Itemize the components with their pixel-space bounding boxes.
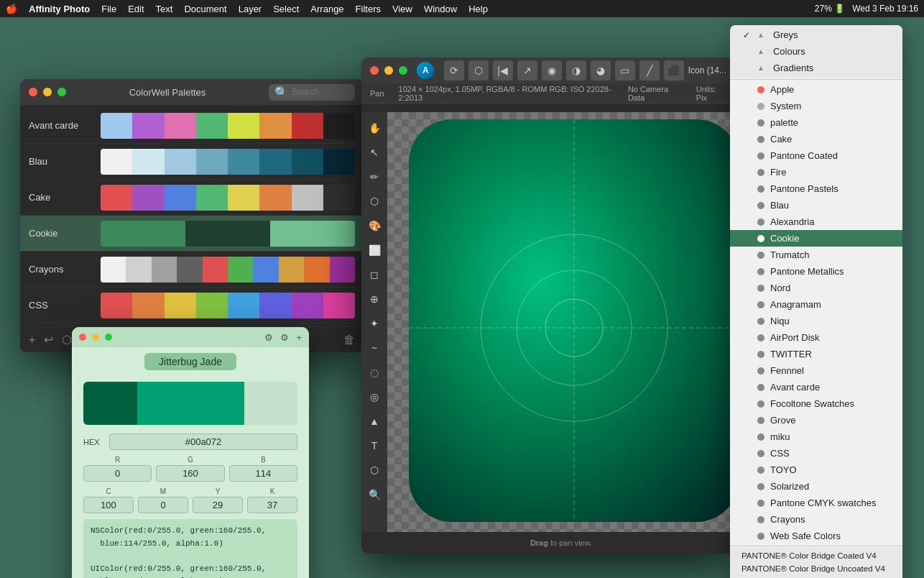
undo-button[interactable]: ↩ (44, 333, 53, 347)
rgb-g-input[interactable]: 160 (156, 465, 224, 482)
share-icon[interactable]: ↗ (517, 60, 537, 81)
menu-item-pantone-cmyk[interactable]: Pantone CMYK swatches (730, 495, 902, 511)
menu-item-gradients[interactable]: ▲ Gradients (730, 60, 902, 76)
hand-tool[interactable]: ✋ (364, 118, 384, 138)
palette-row-crayons[interactable]: Crayons (20, 252, 364, 288)
menu-item-pantone-pastels[interactable]: Pantone Pastels (730, 180, 902, 197)
menu-file[interactable]: File (101, 4, 116, 14)
menu-item-niqu[interactable]: Niqu (730, 313, 902, 329)
menu-item-pantone-metallics[interactable]: Pantone Metallics (730, 263, 902, 280)
menu-item-web-safe[interactable]: Web Safe Colors (730, 528, 902, 544)
pointer-tool[interactable]: ↖ (364, 142, 384, 162)
pantone-formula-coated[interactable]: PANTONE® Formula Guide Solid Coated V4 (730, 575, 902, 578)
menu-item-apple[interactable]: Apple (730, 81, 902, 98)
search-box[interactable]: 🔍 (269, 84, 355, 101)
brush-tool[interactable]: ✏ (364, 167, 384, 187)
clone-tool[interactable]: ⊕ (364, 289, 384, 309)
affinity-minimize[interactable] (384, 66, 393, 75)
menu-item-crayons[interactable]: Crayons (730, 511, 902, 528)
menu-item-twitter[interactable]: TWITTER (730, 346, 902, 362)
adjust-icon[interactable]: ◑ (566, 60, 586, 81)
heal-tool[interactable]: ✦ (364, 313, 384, 334)
link-icon[interactable]: ⚙ (280, 332, 289, 343)
blur-tool[interactable]: ◎ (364, 387, 384, 407)
dodge-tool[interactable]: ◌ (364, 362, 384, 382)
palette-row-avant-carde[interactable]: Avant carde (20, 108, 364, 144)
vector-tool[interactable]: ⬡ (364, 460, 384, 480)
canvas-area[interactable] (387, 112, 735, 532)
palette-row-cookie[interactable]: Cookie (20, 216, 364, 252)
menu-item-greys[interactable]: ✓ ▲ Greys (730, 27, 902, 43)
menu-view[interactable]: View (392, 4, 412, 14)
menu-item-system[interactable]: System (730, 98, 902, 114)
menu-item-alexandria[interactable]: Alexandria (730, 214, 902, 230)
search-input[interactable] (292, 87, 349, 97)
menu-document[interactable]: Document (184, 4, 226, 14)
effect-icon[interactable]: ◕ (591, 60, 611, 81)
menu-item-solarized[interactable]: Solarized (730, 478, 902, 495)
palette-row-blau[interactable]: Blau (20, 144, 364, 180)
menu-item-cake[interactable]: Cake (730, 131, 902, 147)
hex-value[interactable]: #00a072 (109, 434, 297, 450)
smudge-tool[interactable]: ~ (364, 338, 384, 358)
selection-tool[interactable]: ⬜ (364, 240, 384, 260)
color-detail-close[interactable] (79, 334, 86, 341)
menu-arrange[interactable]: Arrange (310, 4, 343, 14)
menu-item-blau[interactable]: Blau (730, 197, 902, 214)
app-name[interactable]: Affinity Photo (29, 4, 90, 14)
menu-item-focoltone[interactable]: Focoltone Swatches (730, 395, 902, 412)
delete-palette-button[interactable]: 🗑 (343, 334, 355, 347)
back-icon[interactable]: |◀ (493, 60, 513, 81)
add-icon[interactable]: + (296, 332, 302, 343)
add-palette-button[interactable]: + (29, 334, 35, 347)
cmyk-y-input[interactable]: 29 (193, 497, 243, 513)
cmyk-k-input[interactable]: 37 (247, 497, 297, 513)
menu-item-palette[interactable]: palette (730, 114, 902, 131)
layers-icon[interactable]: ⬡ (468, 60, 489, 81)
menu-text[interactable]: Text (156, 4, 173, 14)
zoom-tool[interactable]: 🔍 (364, 485, 384, 505)
erase-tool[interactable]: ◻ (364, 265, 384, 285)
rgb-b-input[interactable]: 114 (229, 465, 297, 482)
menu-window[interactable]: Window (424, 4, 457, 14)
color-detail-minimize[interactable] (92, 334, 99, 341)
rect-icon[interactable]: ▭ (615, 60, 635, 81)
menu-item-airport-disk[interactable]: AirPort Disk (730, 329, 902, 346)
transform-tool[interactable]: ⬡ (364, 191, 384, 211)
menu-item-css[interactable]: CSS (730, 445, 902, 462)
menu-item-fire[interactable]: Fire (730, 164, 902, 180)
refresh-icon[interactable]: ⟳ (444, 60, 464, 81)
cmyk-m-input[interactable]: 0 (138, 497, 188, 513)
rgb-r-input[interactable]: 0 (83, 465, 152, 482)
cmyk-c-input[interactable]: 100 (83, 497, 134, 513)
select-icon[interactable]: ╱ (639, 60, 660, 81)
menu-layer[interactable]: Layer (239, 4, 262, 14)
minimize-button[interactable] (43, 88, 52, 96)
menu-item-cookie[interactable]: Cookie (730, 230, 902, 247)
settings-icon[interactable]: ⚙ (264, 332, 273, 343)
fill-tool[interactable]: ▲ (364, 411, 384, 431)
text-tool[interactable]: T (364, 436, 384, 456)
menu-item-miku[interactable]: miku (730, 428, 902, 445)
menu-item-trumatch[interactable]: Trumatch (730, 247, 902, 263)
menu-item-avant-carde[interactable]: Avant carde (730, 379, 902, 395)
color-icon[interactable]: ◉ (542, 60, 562, 81)
maximize-button[interactable] (57, 88, 66, 96)
color-detail-maximize[interactable] (105, 334, 112, 341)
apple-menu-icon[interactable]: 🍎 (6, 4, 17, 14)
menu-item-anagramam[interactable]: Anagramam (730, 296, 902, 313)
affinity-close[interactable] (370, 66, 379, 75)
menu-item-nord[interactable]: Nord (730, 280, 902, 296)
palette-row-css[interactable]: CSS (20, 288, 364, 324)
export-icon[interactable]: ⬛ (664, 60, 684, 81)
menu-select[interactable]: Select (273, 4, 299, 14)
menu-item-toyo[interactable]: TOYO (730, 462, 902, 478)
menu-help[interactable]: Help (468, 4, 488, 14)
menu-item-pantone-coated[interactable]: Pantone Coated (730, 147, 902, 164)
palette-row-cake[interactable]: Cake (20, 180, 364, 216)
paint-tool[interactable]: 🎨 (364, 216, 384, 236)
share-button[interactable]: ⬡ (62, 333, 72, 347)
menu-item-colours[interactable]: ▲ Colours (730, 43, 902, 60)
menu-item-fennnel[interactable]: Fennnel (730, 362, 902, 379)
pantone-bridge-uncoated[interactable]: PANTONE® Color Bridge Uncoated V4 (730, 562, 902, 575)
